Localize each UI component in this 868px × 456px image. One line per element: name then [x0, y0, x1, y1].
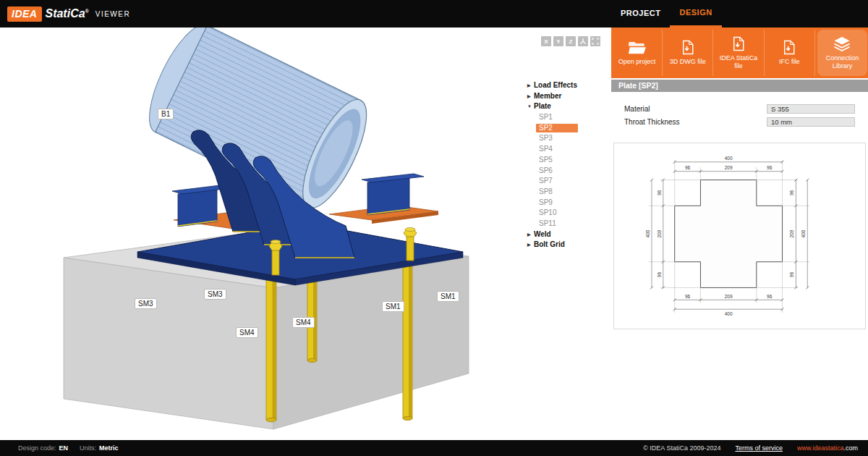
chevron-right-icon: ▶ — [527, 81, 534, 90]
anchor-label: SM4 — [292, 317, 315, 328]
anchor-label: SM1 — [382, 301, 404, 312]
anchor-label: SM3 — [204, 289, 226, 300]
member-label: B1 — [158, 109, 174, 119]
status-bar: Design code: EN Units: Metric © IDEA Sta… — [0, 440, 868, 456]
logo-idea-icon: IDEA — [7, 7, 42, 22]
tree-item-sp9[interactable]: SP9 — [536, 198, 578, 207]
copyright-text: © IDEA StatiCa 2009-2024 — [643, 444, 720, 452]
dim-label: 209 — [725, 165, 733, 170]
design-code-value: EN — [59, 444, 69, 452]
logo-wordmark: StatiCa® — [45, 7, 88, 20]
tree-group-load-effects[interactable]: ▶Load Effects — [527, 81, 597, 90]
property-row: Throat Thickness 10 mm — [624, 116, 855, 128]
ifc-file-button[interactable]: IFC file — [765, 30, 815, 76]
3d-viewport: B1 SM3 SM3 SM4 SM4 SM1 SM1 X Y Z ▶Load E… — [0, 28, 611, 440]
dim-label: 209 — [657, 229, 662, 237]
view-x-button[interactable]: X — [541, 36, 551, 46]
zoom-fit-button[interactable] — [590, 36, 600, 46]
app-window: IDEA StatiCa® VIEWER PROJECT DESIGN — [0, 0, 868, 456]
properties-form: Material S 355 Throat Thickness 10 mm — [611, 92, 868, 128]
top-bar: IDEA StatiCa® VIEWER PROJECT DESIGN — [0, 0, 868, 28]
dim-label: 400 — [645, 229, 650, 237]
units-label: Units: — [80, 444, 96, 452]
dim-label: 96 — [685, 165, 691, 170]
property-row: Material S 355 — [624, 103, 855, 115]
connection-library-button[interactable]: Connection Library — [817, 30, 867, 76]
folder-open-icon — [628, 41, 647, 55]
units-value: Metric — [99, 444, 119, 452]
website-link[interactable]: www.ideastatica.com — [797, 444, 858, 452]
tree-item-sp2[interactable]: SP2 — [536, 124, 578, 132]
tree-item-sp11[interactable]: SP11 — [536, 219, 578, 228]
app-logo: IDEA StatiCa® VIEWER — [7, 7, 130, 22]
terms-of-service-link[interactable]: Terms of service — [735, 444, 783, 452]
dwg-file-button[interactable]: 3D DWG file — [663, 30, 713, 76]
tree-group-plate[interactable]: ▼Plate — [527, 102, 597, 111]
anchor-label: SM1 — [437, 291, 459, 302]
tree-item-sp1[interactable]: SP1 — [536, 113, 578, 122]
main-tabs: PROJECT DESIGN — [611, 0, 722, 28]
dim-label: 96 — [657, 190, 662, 195]
file-download-icon — [681, 40, 694, 55]
tree-item-sp7[interactable]: SP7 — [536, 177, 578, 185]
view-y-button[interactable]: Y — [553, 36, 563, 46]
dim-label: 209 — [789, 229, 794, 237]
tree-group-member[interactable]: ▶Member — [527, 92, 597, 101]
tree-group-bolt-grid[interactable]: ▶Bolt Grid — [527, 240, 597, 249]
plate-outline — [675, 180, 783, 288]
tree-item-sp4[interactable]: SP4 — [536, 145, 578, 153]
dim-label: 96 — [767, 294, 773, 299]
chevron-right-icon: ▶ — [527, 230, 534, 239]
layers-icon — [833, 36, 851, 51]
model-tree: ▶Load Effects ▶Member ▼Plate SP1 SP2 SP3… — [527, 81, 597, 251]
open-project-button[interactable]: Open project — [612, 30, 663, 76]
idea-file-button[interactable]: IDEA StatiCa file — [713, 30, 764, 76]
properties-title: Plate [SP2] — [611, 80, 868, 92]
ribbon-toolbar: Open project 3D DWG file IDEA StatiCa fi… — [611, 28, 868, 78]
view-z-button[interactable]: Z — [566, 36, 576, 46]
throat-thickness-field[interactable]: 10 mm — [767, 117, 855, 127]
anchor-label: SM4 — [236, 327, 258, 338]
tree-item-sp6[interactable]: SP6 — [536, 166, 578, 175]
chevron-right-icon: ▶ — [527, 240, 534, 249]
view-controls: X Y Z — [539, 36, 600, 46]
right-panel: Open project 3D DWG file IDEA StatiCa fi… — [611, 28, 868, 440]
dim-label: 400 — [801, 229, 806, 237]
tree-item-sp3[interactable]: SP3 — [536, 134, 578, 143]
tab-design[interactable]: DESIGN — [670, 0, 721, 28]
dim-label: 96 — [685, 294, 691, 299]
dim-label: 96 — [657, 272, 662, 278]
dim-label: 96 — [767, 165, 773, 170]
dim-label: 209 — [725, 294, 733, 299]
tab-project[interactable]: PROJECT — [611, 0, 670, 28]
registered-mark: ® — [85, 9, 89, 14]
axonometric-icon — [579, 38, 587, 45]
tree-item-sp8[interactable]: SP8 — [536, 187, 578, 196]
file-download-icon — [732, 36, 745, 51]
logo-viewer-label: VIEWER — [95, 10, 130, 18]
axonometric-view-button[interactable] — [578, 36, 588, 46]
tree-item-sp5[interactable]: SP5 — [536, 156, 578, 164]
dim-label: 400 — [725, 311, 733, 316]
file-download-icon — [783, 40, 796, 55]
tree-item-sp10[interactable]: SP10 — [536, 208, 578, 217]
material-field[interactable]: S 355 — [767, 104, 855, 114]
design-code-label: Design code: — [18, 444, 56, 452]
plate-drawing-panel: 400 96 209 96 96 209 96 400 96 209 96 40… — [613, 143, 866, 329]
zoom-fit-icon — [592, 38, 599, 45]
material-label: Material — [624, 105, 767, 113]
anchor-label: SM3 — [135, 298, 157, 309]
dim-label: 96 — [789, 272, 794, 278]
dim-label: 96 — [789, 190, 794, 195]
3d-scene[interactable] — [0, 28, 611, 440]
plate-drawing: 400 96 209 96 96 209 96 400 96 209 96 40… — [614, 143, 865, 329]
throat-thickness-label: Throat Thickness — [624, 118, 767, 126]
chevron-down-icon: ▼ — [527, 102, 534, 111]
dim-label: 400 — [725, 156, 733, 161]
tree-group-weld[interactable]: ▶Weld — [527, 230, 597, 239]
chevron-right-icon: ▶ — [527, 92, 534, 101]
